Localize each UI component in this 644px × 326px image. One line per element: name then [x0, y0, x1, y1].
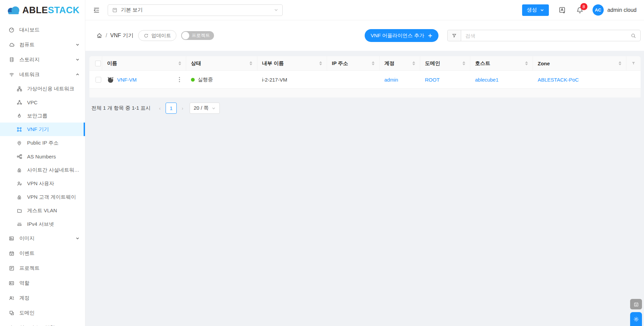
column-header-host[interactable]: 호스트 [470, 56, 533, 70]
sidebar-item-vnf-appliances[interactable]: VNF 기기 [0, 123, 85, 136]
search-filter-button[interactable] [447, 30, 461, 41]
funnel-icon [452, 33, 457, 38]
row-more-actions-icon[interactable] [177, 75, 181, 84]
row-name-link[interactable]: VNF-VM [117, 77, 137, 83]
prev-page-button[interactable]: ‹ [155, 103, 164, 114]
create-button[interactable]: 생성 [522, 4, 549, 16]
sort-icon[interactable] [460, 61, 465, 65]
table-footer-strip [89, 89, 641, 97]
sort-icon[interactable] [369, 61, 374, 65]
search-input[interactable] [465, 33, 630, 39]
refresh-button[interactable]: 업데이트 [138, 30, 176, 41]
guest-vlan-icon [16, 208, 23, 214]
page-size-selector[interactable]: 20 / 쪽 [190, 103, 220, 114]
sidebar-item-vpn-users[interactable]: VPN 사용자 [0, 177, 85, 190]
notification-badge: 8 [580, 3, 587, 10]
domains-icon [8, 310, 15, 316]
roles-icon [8, 280, 15, 286]
chevron-down-icon [76, 236, 80, 240]
pagination-summary: 전체 1 개 항목 중 1-1 표시 [91, 105, 151, 111]
chevron-down-icon [274, 8, 278, 12]
ablestack-logo[interactable]: ABLESTACK [0, 0, 85, 20]
event-log-button[interactable] [630, 299, 642, 309]
topbar-right: 생성 8 AC admin cloud [522, 4, 637, 16]
notifications-button[interactable]: 8 [576, 6, 584, 14]
sidebar-item-vpn-customer-gateway[interactable]: VPN 고객 게이트웨이 [0, 190, 85, 204]
row-checkbox[interactable] [95, 77, 101, 83]
column-filter-button[interactable] [626, 56, 641, 70]
cloud-logo-icon [7, 5, 20, 15]
sidebar-nav: 대시보드 컴퓨트 스토리지 네트워크 가상머신용 네트워크 [0, 20, 85, 326]
funnel-icon [631, 61, 636, 66]
avatar[interactable]: AC [593, 4, 604, 16]
select-all-cell [89, 56, 102, 70]
sidebar-item-network[interactable]: 네트워크 [0, 67, 85, 82]
sidebar-collapse-icon[interactable] [93, 6, 100, 14]
sidebar-item-guest-vlan[interactable]: 게스트 VLAN [0, 204, 85, 217]
sidebar-item-infrastructure[interactable]: 인프라스트럭쳐 [0, 320, 85, 326]
table-header-row: 이름 상태 내부 이름 IP 주소 계정 도메인 호스트 Zone [89, 56, 641, 71]
domain-link[interactable]: ROOT [425, 77, 439, 83]
sort-icon[interactable] [247, 61, 252, 65]
sidebar-item-images[interactable]: 이미지 [0, 231, 85, 246]
sidebar-item-storage[interactable]: 스토리지 [0, 52, 85, 67]
guest-network-icon [16, 86, 23, 92]
sort-icon[interactable] [410, 61, 415, 65]
column-header-name[interactable]: 이름 [102, 56, 186, 70]
column-header-ip-address[interactable]: IP 주소 [327, 56, 380, 70]
sidebar-item-accounts[interactable]: 계정 [0, 290, 85, 305]
column-header-account[interactable]: 계정 [380, 56, 420, 70]
vnf-appliance-table: 이름 상태 내부 이름 IP 주소 계정 도메인 호스트 Zone [89, 56, 641, 97]
list-actions: VNF 어플라이언스 추가 [365, 29, 641, 42]
sort-icon[interactable] [317, 61, 322, 65]
sort-icon[interactable] [616, 61, 621, 65]
next-page-button[interactable]: › [178, 103, 187, 114]
row-status-cell: 실행중 [186, 77, 257, 83]
annotation-add-icon[interactable] [558, 6, 566, 14]
sort-icon[interactable] [176, 61, 181, 65]
row-account-cell: admin [380, 77, 420, 83]
sidebar-item-as-numbers[interactable]: AS Numbers [0, 150, 85, 163]
settings-button[interactable] [630, 312, 642, 326]
sidebar-item-site-to-site-vpn[interactable]: 사이트간 사설네트워크(VP... [0, 163, 85, 177]
view-selector[interactable]: 기본 보기 [108, 4, 283, 16]
gear-icon [633, 316, 639, 322]
sidebar-item-compute[interactable]: 컴퓨트 [0, 37, 85, 52]
sidebar-item-projects[interactable]: 프로젝트 [0, 261, 85, 276]
zone-link[interactable]: ABLESTACK-PoC [538, 77, 579, 83]
add-vnf-appliance-button[interactable]: VNF 어플라이언스 추가 [365, 29, 438, 42]
table-row[interactable]: VNF-VM 실행중 i-2-217-VM admin ROOT ablecub… [89, 71, 641, 89]
sidebar-item-ipv4-subnets[interactable]: IPv4 서브넷 [0, 217, 85, 231]
sidebar-item-security-groups[interactable]: 보안그룹 [0, 109, 85, 123]
sidebar-item-public-ip[interactable]: Public IP 주소 [0, 136, 85, 150]
search-box [461, 30, 641, 41]
page-number-1[interactable]: 1 [166, 103, 177, 114]
home-icon[interactable] [96, 32, 103, 39]
project-toggle[interactable]: 프로젝트 [181, 31, 214, 40]
column-header-domain[interactable]: 도메인 [420, 56, 470, 70]
sidebar-item-vpc[interactable]: VPC [0, 95, 85, 109]
sort-icon[interactable] [522, 61, 528, 65]
select-all-checkbox[interactable] [95, 61, 101, 66]
account-link[interactable]: admin [384, 77, 398, 83]
column-header-zone[interactable]: Zone [533, 56, 626, 70]
sidebar-item-domains[interactable]: 도메인 [0, 305, 85, 320]
app-window: ABLESTACK 대시보드 컴퓨트 스토리지 네트워크 [0, 0, 644, 326]
sidebar-item-roles[interactable]: 역할 [0, 276, 85, 290]
row-select-cell [89, 77, 102, 83]
row-host-cell: ablecube1 [470, 77, 533, 83]
search-icon[interactable] [630, 33, 636, 39]
host-link[interactable]: ablecube1 [475, 77, 498, 83]
column-header-internal-name[interactable]: 내부 이름 [257, 56, 327, 70]
chevron-down-icon [76, 58, 80, 62]
logo-text: ABLESTACK [22, 5, 80, 16]
row-internal-name-cell: i-2-217-VM [257, 77, 327, 83]
main-area: 기본 보기 생성 8 AC admin cloud [85, 0, 644, 326]
column-header-status[interactable]: 상태 [186, 56, 257, 70]
chevron-down-icon [76, 43, 80, 47]
sidebar-item-guest-network[interactable]: 가상머신용 네트워크 [0, 82, 85, 95]
sidebar-item-dashboard[interactable]: 대시보드 [0, 22, 85, 37]
compute-cloud-icon [8, 42, 15, 48]
sidebar-item-events[interactable]: 이벤트 [0, 246, 85, 261]
chevron-down-icon [212, 106, 216, 110]
